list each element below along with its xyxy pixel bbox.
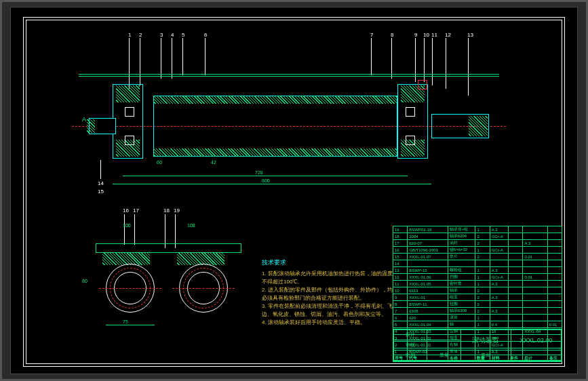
callout-9: 9	[414, 32, 417, 38]
bom-cell: 毡圈	[448, 301, 475, 308]
bom-cell: 端盖	[448, 294, 475, 301]
callout-4: 4	[171, 32, 174, 38]
leader-line	[468, 38, 469, 96]
bom-row: 13BSWP-15螺栓组1A.3	[393, 267, 562, 274]
bom-cell: XXXL-01.07	[408, 254, 448, 260]
bom-cell	[509, 287, 523, 294]
bom-cell	[523, 233, 547, 240]
notes-line-4: 4. 滚动轴承装好后用手转动应灵活、平稳。	[262, 319, 397, 327]
callout-6: 6	[204, 32, 207, 38]
tb-scale: 比例	[394, 350, 427, 361]
callout-1: 1	[128, 32, 131, 38]
bom-row: 76308轴承63082A.3	[393, 308, 562, 315]
bom-cell: GCr-A	[490, 233, 508, 240]
leader-line	[129, 38, 130, 89]
bom-cell	[547, 274, 562, 281]
bom-cell	[547, 254, 562, 260]
hatch-housing-1	[102, 253, 150, 265]
bom-cell: GCr-A	[490, 274, 508, 281]
bom-cell: 2	[475, 287, 490, 294]
bom-row: 14	[393, 260, 562, 267]
leader-line	[140, 38, 140, 85]
callout-8: 8	[391, 32, 393, 38]
leader-line	[124, 214, 125, 245]
bom-cell	[547, 240, 562, 247]
callout-10: 10	[423, 32, 429, 38]
bom-cell: 油封	[448, 240, 475, 247]
bom-cell: 18	[393, 233, 408, 240]
hatch-coupling	[469, 116, 488, 136]
bom-cell: 轴承座+组	[448, 226, 475, 233]
bom-cell: 16	[393, 247, 408, 254]
callout-15: 15	[98, 188, 104, 195]
dim-line-860	[113, 184, 431, 184]
bearing-left-top	[125, 107, 134, 117]
bom-cell	[509, 254, 523, 260]
bom-cell	[408, 260, 448, 267]
notes-line-1: 1. 装配滚动轴承允许采用机油加热进行热装，油的温度不得超过100℃。	[262, 270, 397, 286]
bom-cell	[509, 321, 523, 328]
bom-cell	[547, 260, 562, 267]
bom-cell: 5	[393, 321, 408, 328]
dim-side-80: 80	[82, 279, 87, 283]
bom-cell	[509, 294, 523, 301]
tb-empty3	[511, 350, 561, 361]
tb-empty	[427, 330, 460, 340]
bom-cell: 15	[393, 254, 408, 260]
bom-cell	[523, 247, 547, 254]
bom-row: 106313轴承2	[393, 287, 562, 294]
bom-cell: 2	[475, 308, 490, 315]
bom-cell	[509, 226, 523, 233]
bom-cell	[547, 226, 562, 233]
centerline-2h	[172, 288, 235, 289]
leader-line	[172, 38, 172, 79]
bom-cell	[547, 287, 562, 294]
side-view-a: 16 17 18 19 100 108 80 75	[99, 231, 248, 333]
bom-row: 5XXXL-01.04轴10.40.01	[393, 321, 562, 328]
bom-cell: 2	[475, 301, 490, 308]
bom-cell	[475, 260, 490, 267]
bom-cell: 6313	[408, 287, 448, 294]
callout-2: 2	[139, 32, 142, 38]
drawing-canvas[interactable]: 1 2 3 4 5 6 7 8 9 10 11 12 13	[10, 7, 578, 374]
dim-42: 42	[211, 160, 216, 165]
bom-cell: 2	[475, 233, 490, 240]
bom-cell: XXXL-01.06	[408, 274, 448, 281]
callout-19: 19	[174, 207, 180, 214]
bom-cell	[490, 260, 508, 267]
bom-cell: 13	[393, 267, 408, 274]
bom-cell	[523, 321, 547, 328]
leader-line	[100, 160, 101, 179]
dim-line-728	[123, 176, 408, 176]
callout-7: 7	[370, 32, 373, 38]
callout-17: 17	[133, 207, 139, 214]
bom-cell	[509, 260, 523, 267]
bom-cell: 轴承6204	[448, 233, 475, 240]
bom-cell: A.3	[523, 240, 547, 247]
bom-cell: 0.4	[490, 321, 508, 328]
dim-line-side	[106, 325, 155, 325]
bom-row: 11XXXL-01.05密封套1A.3	[393, 281, 562, 287]
bom-cell: 620-07	[408, 240, 448, 247]
bom-cell	[490, 301, 508, 308]
callout-11: 11	[431, 32, 437, 38]
title-block: 设计 滚动装置 XXXL.02.00 审核 比例 质量 第页	[393, 329, 562, 361]
right-housing	[397, 84, 428, 159]
bom-cell: 2	[475, 240, 490, 247]
bom-cell	[547, 315, 562, 321]
bom-cell: BSWP02-18	[408, 226, 448, 233]
bom-row: 6620滚筒1	[393, 315, 562, 321]
bom-cell: GB/T1096-2003	[408, 247, 448, 254]
bom-row: 9XXXL-01端盖2A.3	[393, 294, 562, 301]
notes-title: 技术要求	[262, 258, 397, 268]
bom-cell: 6308	[408, 308, 448, 315]
leader-line	[134, 214, 135, 245]
bom-cell: 滚筒	[448, 315, 475, 321]
hatch-roller-bot	[153, 148, 397, 157]
bom-cell	[509, 301, 523, 308]
bom-cell	[523, 281, 547, 287]
bom-cell: 14	[393, 260, 408, 267]
bom-cell: XXXL-01.04	[408, 321, 448, 328]
technical-notes: 技术要求 1. 装配滚动轴承允许采用机油加热进行热装，油的温度不得超过100℃。…	[262, 258, 397, 327]
bom-cell	[547, 294, 562, 301]
